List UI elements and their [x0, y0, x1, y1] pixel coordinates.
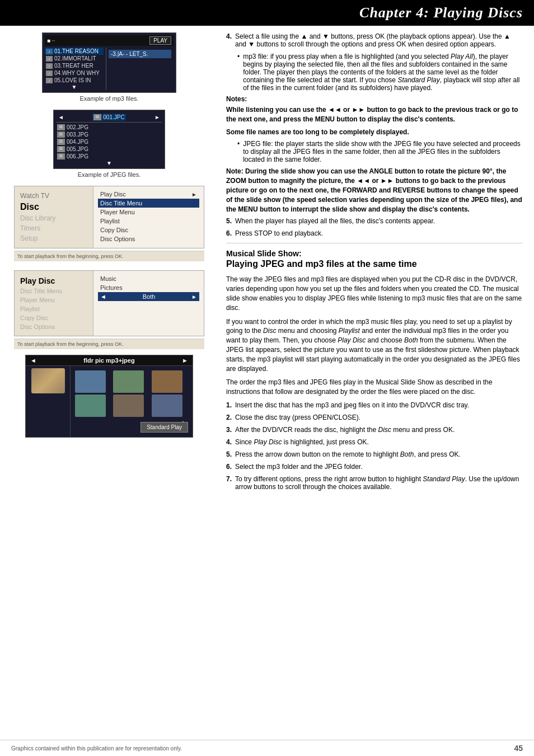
left-column: ■ ·· PLAY ♪ 01.THE REASON ♪ 02.IMMORTALI… — [0, 26, 218, 502]
note1-text: While listening you can use the ◄◄ or ►►… — [226, 105, 523, 124]
standard-play-button[interactable]: Standard Play — [140, 422, 188, 433]
main-content: ■ ·· PLAY ♪ 01.THE REASON ♪ 02.IMMORTALI… — [0, 26, 534, 502]
musical-step-7: 7. To try different options, press the r… — [226, 475, 523, 491]
list-item: 🖼 003.JPG — [56, 131, 162, 138]
thumbnail — [75, 395, 106, 417]
mini-icon: ■ ·· — [47, 37, 55, 44]
submenu-label: Pictures — [100, 284, 123, 291]
menu2-item-playdisc: Play Disc — [18, 275, 90, 287]
submenu-label: Player Menu — [100, 209, 135, 215]
image-icon: 🖼 — [57, 124, 65, 130]
submenu-item-copydisc: Copy Disc — [98, 226, 199, 234]
menu-item-setup: Setup — [18, 233, 90, 243]
submenu-item-playermenu: Player Menu — [98, 208, 199, 217]
fldr-screenshot: ◄ fldr pic mp3+jpeg ► — [25, 355, 193, 438]
musical-para3: The order the mp3 files and JPEG files p… — [226, 378, 523, 397]
menu2-item-discoptions: Disc Options — [18, 322, 90, 331]
submenu-label: Playlist — [100, 218, 120, 224]
step-text: Since Play Disc is highlighted, just pre… — [235, 438, 369, 446]
file-name: 05.LOVE IS IN — [54, 77, 91, 83]
step-number: 6. — [226, 229, 232, 237]
step-text: Press the arrow down button on the remot… — [235, 450, 461, 458]
submenu2-item-pictures: Pictures — [98, 283, 199, 292]
step-5: 5. When the player has played all the fi… — [226, 217, 523, 225]
musical-section-heading: Musical Slide Show: — [226, 249, 523, 258]
thumbnail — [152, 370, 182, 393]
step-text: Press STOP to end playback. — [235, 229, 323, 237]
musical-section-subheading: Playing JPEG and mp3 files at the same t… — [226, 259, 523, 269]
menu1-container: Watch TV Disc Disc Library Timers Setup … — [8, 186, 210, 261]
section-divider — [226, 243, 523, 243]
step-number: 2. — [226, 414, 232, 421]
thumbnail — [113, 395, 144, 417]
image-icon: 🖼 — [93, 114, 101, 120]
list-item: 🖼 006.JPG — [56, 153, 162, 160]
step-text: After the DVD/VCR reads the disc, highli… — [235, 426, 455, 434]
menu2-item-playlist: Playlist — [18, 304, 90, 313]
musical-step-4: 4. Since Play Disc is highlighted, just … — [226, 438, 523, 446]
step-text: When the player has played all the files… — [235, 217, 435, 225]
left-arrow-icon: ◄ — [58, 114, 64, 120]
submenu-label: Disc Options — [100, 236, 135, 242]
musical-para2: If you want to control the order in whic… — [226, 317, 523, 374]
mp3-caption: Example of mp3 files. — [8, 95, 210, 102]
menu-item-disc: Disc — [18, 201, 90, 213]
bullet-icon: • — [237, 53, 240, 92]
image-icon: 🖼 — [57, 132, 65, 138]
submenu-label: Play Disc — [100, 191, 126, 198]
menu2-container: Play Disc Disc Title Menu Player Menu Pl… — [8, 270, 210, 349]
step-text: Insert the disc that has the mp3 and jpe… — [235, 401, 469, 409]
submenu-item-playlist: Playlist — [98, 217, 199, 226]
scroll-down-arrow: ▼ — [56, 160, 162, 166]
menu2-footer: To start playback from the beginning, pr… — [14, 339, 204, 349]
menu2-screenshot: Play Disc Disc Title Menu Player Menu Pl… — [14, 270, 204, 336]
menu2-item-playermenu: Player Menu — [18, 295, 90, 304]
step-number: 5. — [226, 450, 232, 458]
image-icon: 🖼 — [57, 139, 65, 145]
note2-text: Some file names are too long to be compl… — [226, 128, 523, 137]
file-name: 02.IMMORTALIT — [54, 55, 96, 62]
thumbnail — [113, 370, 144, 393]
step-number: 4. — [226, 32, 232, 48]
list-item: ♪ 05.LOVE IS IN — [45, 77, 104, 84]
thumbnail — [75, 370, 106, 393]
menu-item-timers: Timers — [18, 223, 90, 233]
menu2-item-disctitlemenu: Disc Title Menu — [18, 287, 90, 295]
step-number: 3. — [226, 426, 232, 434]
list-item: 🖼 002.JPG — [56, 124, 162, 131]
musical-step-3: 3. After the DVD/VCR reads the disc, hig… — [226, 426, 523, 434]
musical-step-1: 1. Insert the disc that has the mp3 and … — [226, 401, 523, 409]
list-item: ♪ 03.TREAT HER — [45, 62, 104, 69]
musical-step-2: 2. Close the disc tray (press OPEN/CLOSE… — [226, 414, 523, 421]
list-item: 🖼 005.JPG — [56, 145, 162, 153]
left-arrow-icon: ◄ — [30, 357, 36, 364]
step-number: 7. — [226, 475, 232, 491]
page-header: Chapter 4: Playing Discs — [0, 0, 534, 26]
note4-text: Note: During the slide show you can use … — [226, 167, 523, 214]
footer-text: To start playback from the beginning, pr… — [17, 341, 124, 347]
submenu-item-disctitlemenu: Disc Title Menu — [98, 199, 199, 208]
submenu-label: Music — [100, 275, 116, 282]
bullet-text: mp3 file: if you press play when a file … — [243, 53, 523, 92]
submenu-label: Both — [143, 293, 156, 300]
footer-text: To start playback from the beginning, pr… — [17, 253, 124, 259]
file-icon: ♪ — [46, 71, 53, 76]
jpeg-screenshot: ◄ 🖼 001.JPC ► 🖼 002.JPG 🖼 003.JPG 🖼 — [53, 110, 165, 169]
menu-item-disclibrary: Disc Library — [18, 213, 90, 223]
page-number: 45 — [514, 744, 523, 753]
submenu-label: Disc Title Menu — [100, 200, 142, 206]
scroll-down-arrow: ▼ — [45, 84, 104, 90]
chapter-title: Chapter 4: Playing Discs — [359, 4, 523, 21]
step-6: 6. Press STOP to end playback. — [226, 229, 523, 237]
submenu2-item-both: ◄ Both ► — [98, 292, 199, 301]
menu2-item-copydisc: Copy Disc — [18, 313, 90, 322]
step-number: 6. — [226, 463, 232, 471]
list-item: ♪ 04.WHY ON WHY — [45, 69, 104, 77]
file-icon: ♪ — [46, 56, 53, 62]
submenu-label: Copy Disc — [100, 227, 128, 233]
list-item: 🖼 004.JPG — [56, 138, 162, 145]
step-text: Close the disc tray (press OPEN/CLOSE). — [235, 414, 360, 421]
play-button[interactable]: PLAY — [149, 36, 171, 45]
image-icon: 🖼 — [57, 153, 65, 159]
mp3-screenshot: ■ ·· PLAY ♪ 01.THE REASON ♪ 02.IMMORTALI… — [42, 32, 176, 93]
